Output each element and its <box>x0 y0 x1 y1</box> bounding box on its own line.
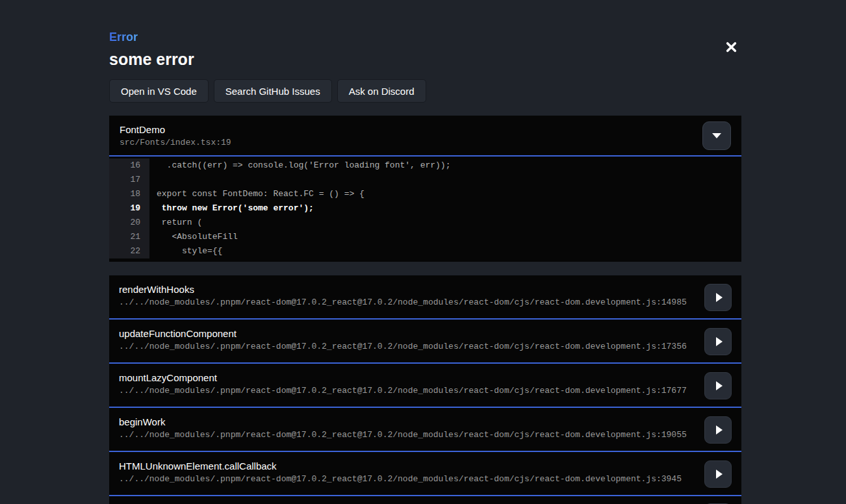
action-bar: Open in VS Code Search GitHub Issues Ask… <box>109 79 741 103</box>
stack-frame-function: updateFunctionComponent <box>119 328 696 339</box>
play-icon <box>716 337 723 346</box>
stack-frame-function: beginWork <box>119 416 696 427</box>
error-message-title: some error <box>109 50 741 69</box>
line-number: 22 <box>109 244 149 258</box>
code-line: 21 <AbsoluteFill <box>109 230 741 244</box>
expand-frame-button[interactable] <box>704 460 732 488</box>
play-icon <box>716 470 723 479</box>
stack-frame-function: renderWithHooks <box>119 284 696 295</box>
line-number: 19 <box>109 201 149 216</box>
stack-frame-function: HTMLUnknownElement.callCallback <box>119 460 696 472</box>
chevron-down-icon <box>712 133 721 138</box>
error-type-label: Error <box>109 31 138 44</box>
stack-frame-row: updateFunctionComponent ../../node_modul… <box>109 320 741 364</box>
code-line: 20 return ( <box>109 216 741 230</box>
code-frame-header: FontDemo src/Fonts/index.tsx:19 <box>109 116 741 157</box>
stack-frame-partial <box>109 496 741 504</box>
code-snippet: 16 .catch((err) => console.log('Error lo… <box>109 157 741 262</box>
line-number: 18 <box>109 187 149 201</box>
line-code: <AbsoluteFill <box>149 230 741 244</box>
expand-frame-button[interactable] <box>704 328 732 355</box>
code-line: 19 throw new Error('some error'); <box>109 201 741 216</box>
play-icon <box>716 381 723 390</box>
line-code <box>149 173 741 187</box>
stack-frame-path: ../../node_modules/.pnpm/react-dom@17.0.… <box>119 386 696 396</box>
code-frame-heading: FontDemo src/Fonts/index.tsx:19 <box>120 124 231 147</box>
line-code: export const FontDemo: React.FC = () => … <box>149 187 741 201</box>
error-overlay: Error some error Open in VS Code Search … <box>109 0 741 504</box>
expand-frame-button[interactable] <box>704 416 732 444</box>
stack-frame-row: renderWithHooks ../../node_modules/.pnpm… <box>109 275 741 320</box>
collapse-frame-button[interactable] <box>702 121 731 150</box>
action-button[interactable]: Search GitHub Issues <box>214 79 332 103</box>
stack-frame-function: mountLazyComponent <box>119 372 696 383</box>
expand-frame-button[interactable] <box>704 284 732 311</box>
line-number: 20 <box>109 216 149 230</box>
stack-frame-path: ../../node_modules/.pnpm/react-dom@17.0.… <box>119 297 696 307</box>
code-line: 22 style={{ <box>109 244 741 258</box>
line-number: 21 <box>109 230 149 244</box>
code-line: 17 <box>109 173 741 187</box>
line-number: 17 <box>109 173 149 187</box>
line-number: 16 <box>109 158 149 173</box>
expand-frame-button[interactable] <box>704 372 732 399</box>
action-button[interactable]: Open in VS Code <box>109 79 209 103</box>
code-frame: FontDemo src/Fonts/index.tsx:19 16 .catc… <box>109 116 741 262</box>
line-code: .catch((err) => console.log('Error loadi… <box>149 158 741 173</box>
play-icon <box>716 293 723 302</box>
code-line: 16 .catch((err) => console.log('Error lo… <box>109 158 741 173</box>
stack-frame-row: mountLazyComponent ../../node_modules/.p… <box>109 364 741 408</box>
stack-frame-path: ../../node_modules/.pnpm/react-dom@17.0.… <box>119 430 696 440</box>
line-code: style={{ <box>149 244 741 258</box>
stack-frame-row: HTMLUnknownElement.callCallback ../../no… <box>109 452 741 496</box>
code-frame-function-name: FontDemo <box>120 124 231 135</box>
stack-frame-row: beginWork ../../node_modules/.pnpm/react… <box>109 408 741 452</box>
line-code: throw new Error('some error'); <box>149 201 741 216</box>
stack-frame-path: ../../node_modules/.pnpm/react-dom@17.0.… <box>119 474 696 484</box>
code-frame-file-path: src/Fonts/index.tsx:19 <box>120 138 231 147</box>
play-icon <box>716 425 723 435</box>
stack-frame-path: ../../node_modules/.pnpm/react-dom@17.0.… <box>119 342 696 351</box>
stack-trace-list: renderWithHooks ../../node_modules/.pnpm… <box>109 275 741 504</box>
line-code: return ( <box>149 216 741 230</box>
code-line: 18 export const FontDemo: React.FC = () … <box>109 187 741 201</box>
action-button[interactable]: Ask on Discord <box>337 79 426 103</box>
